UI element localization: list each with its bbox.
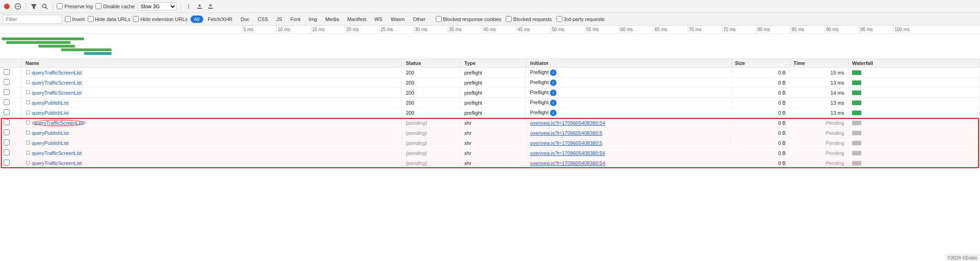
separator-1 bbox=[26, 3, 26, 10]
blocked-response-cookies-label[interactable]: Blocked response cookies bbox=[436, 16, 502, 22]
header-name[interactable]: Name bbox=[21, 59, 402, 68]
row-name-link[interactable]: queryPublishList bbox=[32, 110, 69, 116]
throttle-select[interactable]: No throttling Slow 3G Fast 3G Offline bbox=[138, 2, 177, 11]
header-status[interactable]: Status bbox=[402, 59, 461, 68]
row-waterfall bbox=[848, 88, 980, 98]
blocked-requests-checkbox[interactable] bbox=[506, 16, 512, 22]
hide-extension-urls-checkbox[interactable] bbox=[133, 16, 139, 22]
initiator-link[interactable]: overivew.js?t=1709605408380:54 bbox=[530, 120, 605, 126]
row-checkbox[interactable] bbox=[4, 139, 10, 145]
type-filter-btn-fetch/xhr[interactable]: Fetch/XHR bbox=[204, 16, 236, 23]
header-type[interactable]: Type bbox=[461, 59, 526, 68]
row-checkbox[interactable] bbox=[4, 79, 10, 85]
table-row[interactable]: ☐queryPublishList(pending)xhroverivew.js… bbox=[0, 128, 980, 138]
hide-data-urls-checkbox[interactable] bbox=[88, 16, 94, 22]
type-filter-btn-js[interactable]: JS bbox=[273, 16, 286, 23]
row-initiator: overivew.js?t=1709605408380:5 bbox=[526, 138, 731, 148]
row-checkbox[interactable] bbox=[4, 89, 10, 95]
row-size: 0 B bbox=[731, 138, 789, 148]
initiator-info-icon[interactable]: i bbox=[550, 90, 556, 96]
row-name-link[interactable]: queryTrafficScreenList bbox=[32, 160, 82, 166]
row-checkbox[interactable] bbox=[4, 149, 10, 155]
row-name-link[interactable]: queryPublishList bbox=[32, 130, 69, 136]
row-name-link[interactable]: queryPublishList bbox=[32, 100, 69, 106]
file-icon: ☐ bbox=[26, 110, 30, 116]
initiator-info-icon[interactable]: i bbox=[550, 80, 556, 86]
filter-bar: Invert Hide data URLs Hide extension URL… bbox=[0, 13, 980, 26]
filter-icon[interactable] bbox=[30, 2, 38, 11]
invert-label[interactable]: Invert bbox=[65, 16, 85, 22]
type-filter-btn-ws[interactable]: WS bbox=[371, 16, 386, 23]
row-checkbox[interactable] bbox=[4, 109, 10, 115]
blocked-requests-label[interactable]: Blocked requests bbox=[506, 16, 551, 22]
third-party-requests-label[interactable]: 3rd-party requests bbox=[556, 16, 604, 22]
waterfall-bar-gray bbox=[852, 121, 861, 125]
initiator-info-icon[interactable]: i bbox=[550, 110, 556, 116]
disable-cache-checkbox[interactable] bbox=[95, 3, 101, 9]
header-time[interactable]: Time bbox=[789, 59, 848, 68]
clear-icon[interactable] bbox=[14, 2, 22, 11]
wf-bar-2 bbox=[6, 41, 70, 44]
table-row[interactable]: ☐queryTrafficScreenList200preflightPrefl… bbox=[0, 88, 980, 98]
table-row[interactable]: ☐queryTrafficScreenList(pending)xhroveri… bbox=[0, 118, 980, 128]
initiator-link[interactable]: overivew.js?t=1709605408380:5 bbox=[530, 130, 602, 136]
row-time: 14 ms bbox=[789, 88, 848, 98]
preserve-log-label[interactable]: Preserve log bbox=[57, 3, 93, 9]
row-name-link[interactable]: queryTrafficScreenList bbox=[32, 120, 85, 126]
initiator-link[interactable]: overivew.js?t=1709605408380:5 bbox=[530, 140, 602, 146]
row-name-link[interactable]: queryPublishList bbox=[32, 140, 69, 146]
stop-recording-icon[interactable] bbox=[3, 2, 11, 11]
row-checkbox[interactable] bbox=[4, 119, 10, 125]
header-waterfall[interactable]: Waterfall bbox=[848, 59, 980, 68]
row-checkbox[interactable] bbox=[4, 160, 10, 165]
row-name-link[interactable]: queryTrafficScreenList bbox=[32, 80, 82, 85]
table-row[interactable]: ☐queryTrafficScreenList(pending)xhroveri… bbox=[0, 148, 980, 158]
row-status: 200 bbox=[402, 88, 461, 98]
blocked-requests-text: Blocked requests bbox=[513, 16, 551, 22]
row-checkbox[interactable] bbox=[4, 99, 10, 105]
search-icon[interactable] bbox=[41, 2, 49, 11]
hide-data-urls-label[interactable]: Hide data URLs bbox=[88, 16, 131, 22]
initiator-link[interactable]: overivew.js?t=1709605408380:54 bbox=[530, 150, 605, 156]
type-filter-btn-wasm[interactable]: Wasm bbox=[387, 16, 408, 23]
initiator-info-icon[interactable]: i bbox=[550, 100, 556, 106]
row-checkbox[interactable] bbox=[4, 129, 10, 135]
svg-point-7 bbox=[188, 4, 189, 5]
table-row[interactable]: ☐queryPublishList200preflightPreflight i… bbox=[0, 98, 980, 108]
preserve-log-checkbox[interactable] bbox=[57, 3, 63, 9]
header-size[interactable]: Size bbox=[731, 59, 789, 68]
type-filter-btn-css[interactable]: CSS bbox=[254, 16, 272, 23]
row-name-link[interactable]: queryTrafficScreenList bbox=[32, 70, 82, 75]
invert-checkbox[interactable] bbox=[65, 16, 71, 22]
initiator-info-icon[interactable]: i bbox=[550, 69, 556, 76]
table-row[interactable]: ☐queryPublishList(pending)xhroverivew.js… bbox=[0, 138, 980, 148]
initiator-link[interactable]: overivew.js?t=1709605408380:54 bbox=[530, 160, 605, 166]
type-filter-btn-other[interactable]: Other bbox=[409, 16, 429, 23]
type-filter-btn-img[interactable]: Img bbox=[305, 16, 321, 23]
type-filter-btn-all[interactable]: All bbox=[191, 16, 203, 23]
table-row[interactable]: ☐queryTrafficScreenList200preflightPrefl… bbox=[0, 78, 980, 88]
filter-input[interactable] bbox=[3, 15, 62, 24]
table-row[interactable]: ☐queryTrafficScreenList(pending)xhroveri… bbox=[0, 158, 980, 168]
table-row[interactable]: ☐queryTrafficScreenList200preflightPrefl… bbox=[0, 68, 980, 78]
more-options-icon[interactable] bbox=[185, 2, 193, 11]
type-filter-btn-manifest[interactable]: Manifest bbox=[344, 16, 370, 23]
ruler-mark: 60 ms bbox=[619, 26, 653, 34]
type-filter-btn-doc[interactable]: Doc bbox=[237, 16, 254, 23]
import-icon[interactable] bbox=[196, 2, 204, 11]
blocked-response-cookies-checkbox[interactable] bbox=[436, 16, 442, 22]
export-icon[interactable] bbox=[207, 2, 215, 11]
hide-extension-urls-label[interactable]: Hide extension URLs bbox=[133, 16, 187, 22]
type-filter-btn-media[interactable]: Media bbox=[322, 16, 343, 23]
ruler-mark: 40 ms bbox=[482, 26, 516, 34]
wf-bar-3 bbox=[38, 45, 75, 48]
header-initiator[interactable]: Initiator bbox=[526, 59, 731, 68]
disable-cache-label[interactable]: Disable cache bbox=[95, 3, 135, 9]
row-name-link[interactable]: queryTrafficScreenList bbox=[32, 150, 82, 156]
table-row[interactable]: ☐queryPublishList200preflightPreflight i… bbox=[0, 108, 980, 118]
type-filter-btn-font[interactable]: Font bbox=[287, 16, 304, 23]
third-party-requests-checkbox[interactable] bbox=[556, 16, 562, 22]
row-waterfall bbox=[848, 68, 980, 78]
row-checkbox[interactable] bbox=[4, 69, 10, 75]
row-name-link[interactable]: queryTrafficScreenList bbox=[32, 90, 82, 96]
